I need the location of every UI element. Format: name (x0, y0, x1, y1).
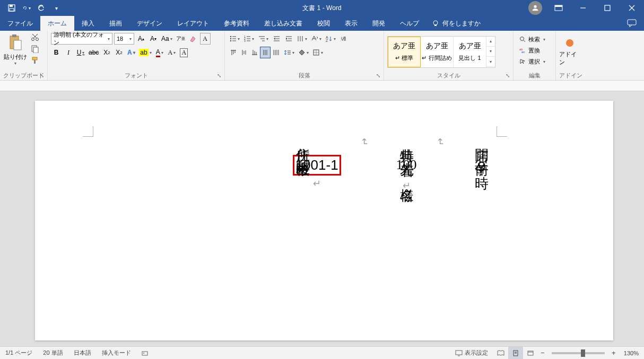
align-center-v-button[interactable] (239, 47, 249, 58)
paragraph-launcher-icon[interactable]: ⤡ (376, 73, 382, 79)
minimize-button[interactable] (571, 0, 595, 16)
font-size-combo[interactable]: 18▾ (114, 33, 134, 45)
line-spacing-button[interactable] (283, 47, 295, 58)
tab-layout[interactable]: レイアウト (170, 16, 216, 31)
strikethrough-button[interactable]: abc (88, 47, 100, 58)
tab-insert[interactable]: 挿入 (74, 16, 102, 31)
align-bottom-button[interactable] (249, 47, 260, 58)
styles-gallery[interactable]: あア亜↵ 標準 あア亜↵ 行間詰め あア亜見出し 1 ▴ ▾ ▾ (387, 36, 495, 68)
tab-view[interactable]: 表示 (337, 16, 365, 31)
find-button[interactable]: 検索▾ (517, 34, 552, 45)
character-border-button[interactable]: A (179, 47, 189, 58)
language-status[interactable]: 日本語 (68, 349, 97, 357)
styles-launcher-icon[interactable]: ⤡ (506, 73, 512, 79)
grow-font-button[interactable]: A▴ (136, 33, 146, 45)
font-launcher-icon[interactable]: ⤡ (217, 73, 223, 79)
ribbon-display-options-icon[interactable] (546, 0, 571, 16)
document-title: 文書 1 - Word (302, 4, 341, 13)
character-shading-button[interactable]: A (167, 47, 177, 58)
highlighted-number[interactable]: 1001-1 (293, 155, 341, 176)
distributed-button[interactable] (271, 47, 281, 58)
clear-formatting-button[interactable] (188, 33, 198, 45)
text-direction-button[interactable] (295, 33, 308, 45)
tab-file[interactable]: ファイル (0, 16, 40, 31)
change-case-button[interactable]: Aa (160, 33, 173, 45)
copy-icon[interactable] (31, 45, 39, 53)
cut-icon[interactable] (31, 33, 39, 41)
word-count[interactable]: 20 単語 (38, 349, 68, 357)
page-count[interactable]: 1/1 ページ (0, 349, 38, 357)
zoom-level[interactable]: 130% (619, 350, 644, 356)
styles-expand-icon[interactable]: ▾ (486, 57, 495, 67)
zoom-slider[interactable] (552, 352, 605, 354)
zoom-out-button[interactable]: − (538, 349, 547, 357)
font-color-button[interactable]: A (154, 47, 165, 58)
tab-home[interactable]: ホーム (40, 16, 74, 31)
tab-design[interactable]: デザイン (129, 16, 170, 31)
shrink-font-button[interactable]: A▾ (148, 33, 159, 45)
page[interactable]: 開店 午前９時 ↵ ↵ 特典 先着 100 名様 ↵ ↵ 住所 中区桜町 100… (35, 101, 613, 340)
superscript-button[interactable]: X2 (114, 47, 124, 58)
close-button[interactable] (620, 0, 644, 16)
zoom-in-button[interactable]: + (609, 349, 619, 357)
font-name-combo[interactable]: 游明朝 (本文のフォン▾ (51, 33, 112, 45)
text-line-1[interactable]: 開店 午前９時 ↵ (472, 138, 491, 191)
paste-button[interactable]: 貼り付け ▾ (3, 33, 28, 66)
display-settings-button[interactable]: 表示設定 (450, 349, 493, 357)
subscript-button[interactable]: X2 (101, 47, 112, 58)
styles-scroll-down-icon[interactable]: ▾ (486, 47, 495, 57)
bullets-button[interactable] (228, 33, 241, 45)
tab-mailings[interactable]: 差し込み文書 (257, 16, 310, 31)
tab-review[interactable]: 校閲 (310, 16, 337, 31)
read-mode-icon[interactable] (493, 347, 508, 360)
web-layout-icon[interactable] (523, 347, 538, 360)
enclose-characters-button[interactable]: A (200, 33, 211, 45)
clipboard-launcher-icon[interactable]: ⤡ (40, 73, 46, 79)
document-area: 開店 午前９時 ↵ ↵ 特典 先着 100 名様 ↵ ↵ 住所 中区桜町 100… (0, 91, 644, 346)
phonetic-guide-button[interactable]: ア亜 (175, 33, 186, 45)
shading-button[interactable] (297, 47, 310, 58)
comments-button[interactable] (620, 16, 644, 31)
tab-help[interactable]: ヘルプ (393, 16, 427, 31)
svg-point-3 (534, 5, 536, 8)
tab-developer[interactable]: 開発 (365, 16, 393, 31)
style-no-spacing[interactable]: あア亜↵ 行間詰め (421, 37, 454, 67)
save-icon[interactable] (7, 4, 16, 12)
align-justify-v-button[interactable] (260, 47, 271, 58)
text-line-3[interactable]: 住所 中区桜町 1001-1 ↵ (293, 138, 341, 191)
align-top-left-button[interactable] (228, 47, 239, 58)
addin-button[interactable]: アドイン (559, 38, 580, 66)
qat-customize-icon[interactable]: ▾ (52, 4, 60, 12)
text-effects-button[interactable]: A (126, 47, 136, 58)
italic-button[interactable]: I (63, 47, 74, 58)
numbering-button[interactable]: 123 (242, 33, 255, 45)
tell-me-search[interactable]: 何をしますか (427, 16, 486, 31)
print-layout-icon[interactable] (508, 347, 523, 360)
styles-scroll-up-icon[interactable]: ▴ (486, 37, 495, 47)
tab-draw[interactable]: 描画 (102, 16, 129, 31)
bold-button[interactable]: B (51, 47, 62, 58)
asian-layout-button[interactable] (310, 33, 323, 45)
underline-button[interactable]: U (75, 47, 86, 58)
zoom-slider-thumb[interactable] (581, 349, 585, 357)
decrease-indent-button[interactable] (271, 33, 282, 45)
redo-icon[interactable] (37, 4, 46, 12)
style-heading1[interactable]: あア亜見出し 1 (454, 37, 486, 67)
multilevel-list-button[interactable] (257, 33, 269, 45)
macro-recording-icon[interactable] (136, 350, 153, 356)
sort-button[interactable]: AZ (324, 33, 337, 45)
insert-mode[interactable]: 挿入モード (97, 349, 136, 357)
format-painter-icon[interactable] (31, 56, 39, 65)
show-hide-marks-button[interactable] (338, 33, 349, 45)
highlight-button[interactable]: ab (138, 47, 152, 58)
borders-button[interactable] (311, 47, 324, 58)
maximize-button[interactable] (595, 0, 620, 16)
replace-button[interactable]: abac置換 (517, 45, 552, 56)
account-icon[interactable] (528, 1, 542, 15)
increase-indent-button[interactable] (283, 33, 294, 45)
undo-icon[interactable]: ▾ (22, 4, 31, 12)
tab-references[interactable]: 参考資料 (216, 16, 257, 31)
text-line-2[interactable]: 特典 先着 100 名様 ↵ (396, 138, 417, 191)
style-normal[interactable]: あア亜↵ 標準 (388, 37, 421, 67)
select-button[interactable]: 選択▾ (517, 56, 552, 67)
